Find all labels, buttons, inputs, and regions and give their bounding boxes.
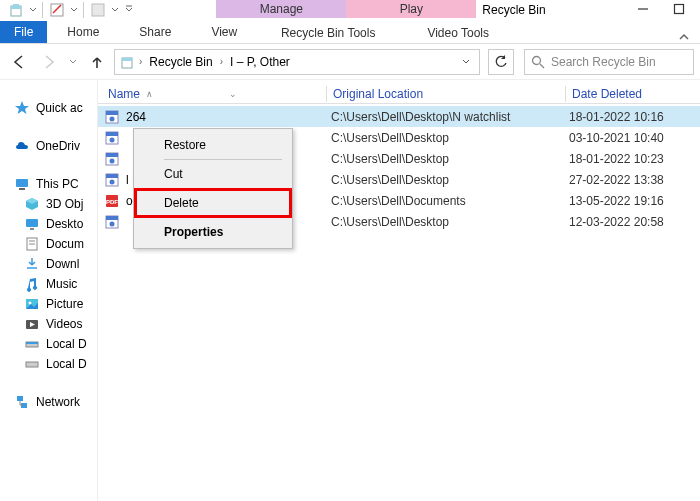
svg-rect-25 <box>17 396 23 401</box>
svg-point-35 <box>110 158 115 163</box>
music-icon <box>24 276 40 292</box>
sidebar-local-disk-c[interactable]: Local D <box>0 334 97 354</box>
file-tab[interactable]: File <box>0 21 47 43</box>
qa-dropdown2-icon[interactable] <box>69 6 79 14</box>
back-button[interactable] <box>6 49 32 75</box>
drive-icon <box>24 336 40 352</box>
file-date-deleted: 18-01-2022 10:16 <box>569 110 700 124</box>
svg-rect-31 <box>106 132 118 136</box>
chevron-right-icon[interactable]: › <box>139 56 142 67</box>
svg-rect-37 <box>106 174 118 178</box>
sidebar-local-disk-d[interactable]: Local D <box>0 354 97 374</box>
sidebar-music[interactable]: Music <box>0 274 97 294</box>
sort-asc-icon: ∧ <box>146 89 153 99</box>
col-dropdown-icon[interactable]: ⌄ <box>229 89 237 99</box>
sidebar-documents[interactable]: Docum <box>0 234 97 254</box>
qa-dropdown-icon[interactable] <box>28 6 38 14</box>
svg-point-29 <box>110 116 115 121</box>
picture-icon <box>24 296 40 312</box>
search-placeholder: Search Recycle Bin <box>551 55 656 69</box>
tab-recycle-bin-tools[interactable]: Recycle Bin Tools <box>263 23 393 43</box>
separator <box>83 2 84 18</box>
chevron-right-icon[interactable]: › <box>220 56 223 67</box>
ribbon-tabs: File Home Share View Recycle Bin Tools V… <box>0 22 700 44</box>
file-date-deleted: 18-01-2022 10:23 <box>569 152 700 166</box>
breadcrumb-box[interactable]: › Recycle Bin › I – P, Other <box>114 49 480 75</box>
sidebar-downloads[interactable]: Downl <box>0 254 97 274</box>
menu-properties[interactable]: Properties <box>136 219 290 245</box>
refresh-button[interactable] <box>488 49 514 75</box>
separator <box>42 2 43 18</box>
menu-separator <box>164 188 282 189</box>
qa-dropdown3-icon[interactable] <box>110 6 120 14</box>
video-file-icon <box>104 172 120 188</box>
tab-share[interactable]: Share <box>119 21 191 43</box>
col-name[interactable]: Name ∧ ⌄ <box>98 87 326 101</box>
properties-icon[interactable] <box>47 0 67 20</box>
menu-delete[interactable]: Delete <box>136 190 290 216</box>
svg-rect-3 <box>92 4 104 16</box>
svg-point-32 <box>110 137 115 142</box>
sidebar-desktop[interactable]: Deskto <box>0 214 97 234</box>
col-date-deleted[interactable]: Date Deleted <box>566 87 700 101</box>
tab-video-tools[interactable]: Video Tools <box>393 23 523 43</box>
sidebar-onedrive[interactable]: OneDriv <box>0 136 97 156</box>
file-row[interactable]: 264C:\Users\Dell\Desktop\N watchlist18-0… <box>98 106 700 127</box>
file-original-location: C:\Users\Dell\Desktop <box>331 131 569 145</box>
qa-customize-icon[interactable] <box>122 0 136 20</box>
svg-rect-42 <box>106 216 118 220</box>
forward-button[interactable] <box>36 49 62 75</box>
search-icon <box>531 55 545 69</box>
sidebar-pictures[interactable]: Picture <box>0 294 97 314</box>
crumb-recycle-bin[interactable]: Recycle Bin <box>146 55 215 69</box>
address-bar: › Recycle Bin › I – P, Other Search Recy… <box>0 44 700 80</box>
video-folder-icon <box>24 316 40 332</box>
up-button[interactable] <box>84 49 110 75</box>
sidebar-3d-objects[interactable]: 3D Obj <box>0 194 97 214</box>
svg-point-38 <box>110 179 115 184</box>
search-input[interactable]: Search Recycle Bin <box>524 49 694 75</box>
ribbon-expand-icon[interactable] <box>678 29 700 43</box>
svg-rect-23 <box>26 342 38 344</box>
cloud-icon <box>14 138 30 154</box>
svg-rect-24 <box>26 362 38 367</box>
contextual-tabs: Manage Play <box>216 0 476 18</box>
file-original-location: C:\Users\Dell\Desktop\N watchlist <box>331 110 569 124</box>
nav-sidebar: Quick ac OneDriv This PC 3D Obj Deskto D… <box>0 80 98 501</box>
video-file-icon <box>104 109 120 125</box>
file-original-location: C:\Users\Dell\Desktop <box>331 173 569 187</box>
menu-separator <box>164 159 282 160</box>
svg-rect-28 <box>106 111 118 115</box>
tab-home[interactable]: Home <box>47 21 119 43</box>
menu-cut[interactable]: Cut <box>136 161 290 187</box>
crumb-group[interactable]: I – P, Other <box>227 55 293 69</box>
window-controls <box>636 0 700 16</box>
empty-icon[interactable] <box>88 0 108 20</box>
tab-view[interactable]: View <box>191 21 257 43</box>
sidebar-quick-access[interactable]: Quick ac <box>0 98 97 118</box>
svg-rect-34 <box>106 153 118 157</box>
column-headers: Name ∧ ⌄ Original Location Date Deleted <box>98 80 700 104</box>
recent-dropdown[interactable] <box>66 49 80 75</box>
menu-separator <box>164 217 282 218</box>
star-icon <box>14 100 30 116</box>
minimize-button[interactable] <box>636 2 650 16</box>
video-file-icon <box>104 151 120 167</box>
sidebar-network[interactable]: Network <box>0 392 97 412</box>
ctx-play: Play <box>346 0 476 18</box>
maximize-button[interactable] <box>672 2 686 16</box>
recycle-bin-icon[interactable] <box>6 0 26 20</box>
menu-restore[interactable]: Restore <box>136 132 290 158</box>
svg-point-43 <box>110 221 115 226</box>
titlebar: Manage Play Recycle Bin <box>0 0 700 22</box>
file-date-deleted: 03-10-2021 10:40 <box>569 131 700 145</box>
network-icon <box>14 394 30 410</box>
path-dropdown-icon[interactable] <box>457 57 475 67</box>
pdf-icon: PDF <box>104 193 120 209</box>
svg-text:PDF: PDF <box>106 199 118 205</box>
sidebar-this-pc[interactable]: This PC <box>0 174 97 194</box>
sidebar-videos[interactable]: Videos <box>0 314 97 334</box>
cube-icon <box>24 196 40 212</box>
main-area: Quick ac OneDriv This PC 3D Obj Deskto D… <box>0 80 700 501</box>
col-original-location[interactable]: Original Location <box>327 87 565 101</box>
